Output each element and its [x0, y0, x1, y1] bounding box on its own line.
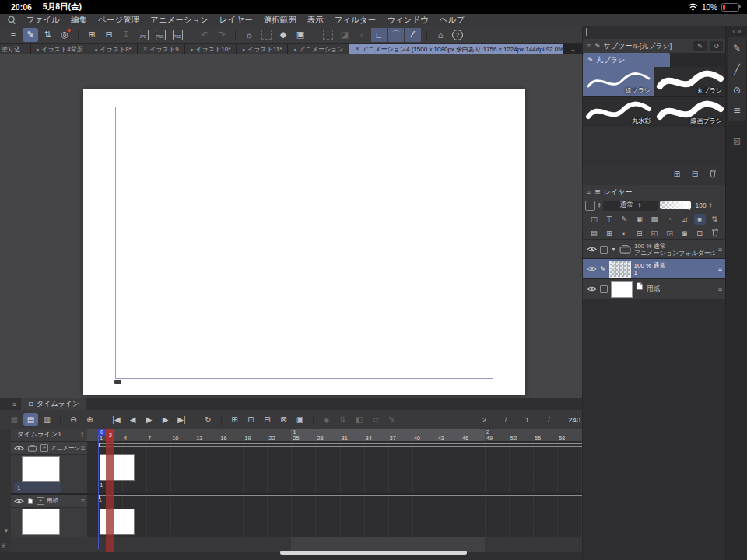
transfer-to-lower-icon[interactable]: ◱: [649, 227, 661, 238]
delete-layer-icon[interactable]: [709, 227, 721, 238]
save-icon[interactable]: ↧: [118, 28, 134, 42]
deselect-icon[interactable]: [320, 28, 335, 42]
menu-item-9[interactable]: ヘルプ: [434, 15, 470, 26]
track-lane-paper[interactable]: 1: [87, 495, 582, 537]
add-cel-icon[interactable]: +: [37, 497, 44, 505]
new-raster-layer-icon[interactable]: ▤: [588, 227, 600, 238]
menu-item-6[interactable]: 表示: [302, 15, 329, 26]
cel-bar[interactable]: 1: [14, 482, 61, 493]
filter-effect-icon[interactable]: ☼: [241, 28, 257, 42]
loop-playback-icon[interactable]: ↻: [201, 413, 216, 426]
zoom-out-icon[interactable]: ⊖: [66, 413, 81, 426]
lock-layer-icon[interactable]: ▣: [633, 214, 645, 225]
menu-item-2[interactable]: ページ管理: [93, 15, 145, 26]
layer-menu-icon[interactable]: ≡: [718, 285, 722, 293]
main-menu-icon[interactable]: ≡: [5, 28, 21, 42]
start-frame[interactable]: 1: [525, 415, 529, 424]
horizontal-scrollbar[interactable]: [280, 551, 467, 555]
menu-item-4[interactable]: レイヤー: [214, 15, 258, 26]
clip-studio-icon[interactable]: ◎: [57, 28, 72, 42]
snap-curve-icon[interactable]: ⌒: [388, 28, 404, 42]
specify-cel-icon[interactable]: ⊡: [244, 413, 258, 426]
apply-mask-icon[interactable]: ⊡: [694, 227, 706, 238]
register-cel-icon[interactable]: ▱: [368, 413, 383, 426]
frame-ruler[interactable]: 1471013161922252831343740434649525558012: [87, 429, 582, 442]
edit-timeline-icon[interactable]: ✎: [384, 413, 399, 426]
brush-size-panel-icon[interactable]: ╱: [728, 58, 746, 79]
new-canvas-icon[interactable]: ⊞: [84, 28, 100, 42]
blend-mode-select[interactable]: 通常 ▲▼: [603, 201, 658, 211]
menu-item-3[interactable]: アニメーション: [145, 15, 214, 26]
onion-skin-icon[interactable]: ◈: [319, 413, 334, 426]
tab-overflow-chevron-icon[interactable]: ⌄: [563, 44, 582, 54]
folder-expand-chevron-icon[interactable]: ▼: [611, 247, 616, 252]
help-guide-icon[interactable]: ?: [450, 28, 465, 42]
close-tab-icon[interactable]: ✕: [143, 46, 147, 52]
navigator-panel-icon[interactable]: ⊠: [728, 131, 746, 152]
track-menu-icon[interactable]: ≡: [81, 497, 85, 505]
zoom-in-icon[interactable]: ⊕: [82, 413, 97, 426]
modified-dot-icon[interactable]: ●: [95, 47, 98, 52]
auto-select-icon[interactable]: [258, 28, 274, 42]
lock-transparent-pixels-icon[interactable]: ▦: [649, 214, 661, 225]
playhead-marker[interactable]: 2: [106, 429, 114, 442]
document-tab-4[interactable]: ●イラスト11*: [237, 44, 287, 54]
modified-dot-icon[interactable]: ●: [293, 47, 296, 52]
timeline-selector[interactable]: タイムライン1 ▲▼: [11, 429, 87, 442]
menu-item-5[interactable]: 選択範囲: [258, 15, 302, 26]
new-correction-layer-icon[interactable]: ◐: [619, 227, 630, 238]
document-tab-1[interactable]: ●イラスト8*: [89, 44, 137, 54]
new-layer-menu-icon[interactable]: ⊞: [603, 227, 615, 238]
ruler-range-icon[interactable]: ⊿: [679, 214, 690, 225]
panel-menu-icon[interactable]: ≡: [587, 188, 591, 196]
expand-chevrons-icon[interactable]: »: [738, 28, 741, 35]
add-subtool-icon[interactable]: ⊞: [672, 168, 682, 179]
timeline-view-icon[interactable]: ▤: [23, 413, 38, 426]
cel-thumbnail[interactable]: [22, 509, 60, 535]
panel-menu-icon[interactable]: ≡: [587, 42, 591, 50]
undo-icon[interactable]: ↶: [197, 28, 212, 42]
create-layer-mask-icon[interactable]: ◙: [679, 227, 690, 238]
subtool-group-tab[interactable]: ✎ 丸ブラシ: [583, 53, 670, 67]
invert-selection-icon[interactable]: ◪: [337, 28, 352, 42]
layer-menu-icon[interactable]: ≡: [718, 246, 722, 254]
layer-checkbox[interactable]: [600, 285, 608, 293]
subtool-folder-icon[interactable]: ⊟: [689, 168, 700, 179]
track-menu-icon[interactable]: ≡: [81, 444, 85, 452]
play-icon[interactable]: ▶: [142, 413, 156, 426]
brush-item-3[interactable]: 線画ブラシ: [654, 97, 725, 127]
new-timeline-icon[interactable]: ▦: [7, 413, 22, 426]
draft-layer-icon[interactable]: ✎: [619, 214, 630, 225]
snap-ruler-icon[interactable]: ∠: [405, 28, 421, 42]
go-to-end-icon[interactable]: ▶|: [174, 413, 189, 426]
close-tab-icon[interactable]: ✕: [355, 46, 359, 52]
collapse-track-chevron-icon[interactable]: ▼: [3, 527, 9, 534]
timeline-settings-icon[interactable]: ▥: [40, 413, 54, 426]
fill-icon[interactable]: ◆: [275, 28, 291, 42]
track-header-animation[interactable]: + アニメーション ≡ 1: [11, 442, 87, 493]
layer-checkbox[interactable]: [600, 246, 608, 254]
layer-row-cel-1[interactable]: ✎ 100 % 通常 1 ≡: [583, 259, 726, 279]
clip-studio-paint-logo-icon[interactable]: [7, 16, 16, 25]
visibility-eye-icon[interactable]: [587, 246, 597, 253]
visibility-eye-icon[interactable]: [14, 445, 24, 452]
track-lane-animation[interactable]: 1: [87, 442, 582, 493]
playhead-column[interactable]: [106, 442, 114, 552]
tool-cycle-icon[interactable]: ⇅: [40, 28, 55, 42]
next-frame-icon[interactable]: ▶: [158, 413, 173, 426]
document-tab-6[interactable]: ✕アニメーション4 (1500 x 1080px 余白あり:1756 x 122…: [349, 44, 563, 54]
end-frame[interactable]: 240: [568, 415, 580, 424]
new-animation-cel-icon[interactable]: ⊞: [227, 413, 242, 426]
brush-item-0[interactable]: 線ブラシ: [583, 67, 654, 96]
layers-panel-icon[interactable]: ≣: [728, 100, 746, 121]
timeline-tab[interactable]: ⊡ タイムライン: [21, 398, 86, 410]
magnifier-panel-icon[interactable]: ⊙: [728, 79, 746, 100]
stepper-icon[interactable]: ▲▼: [598, 202, 601, 209]
layer-color-toggle-icon[interactable]: ⇅: [709, 214, 721, 225]
layer-thumbnail[interactable]: [611, 281, 633, 298]
collapse-left-chevron-icon[interactable]: ‹: [732, 28, 735, 35]
cel-thumbnail[interactable]: [22, 456, 60, 482]
export-psd-icon[interactable]: PSD: [170, 28, 185, 42]
light-table-icon[interactable]: ◧: [352, 413, 366, 426]
reset-subtool-button[interactable]: ↺: [710, 41, 723, 51]
